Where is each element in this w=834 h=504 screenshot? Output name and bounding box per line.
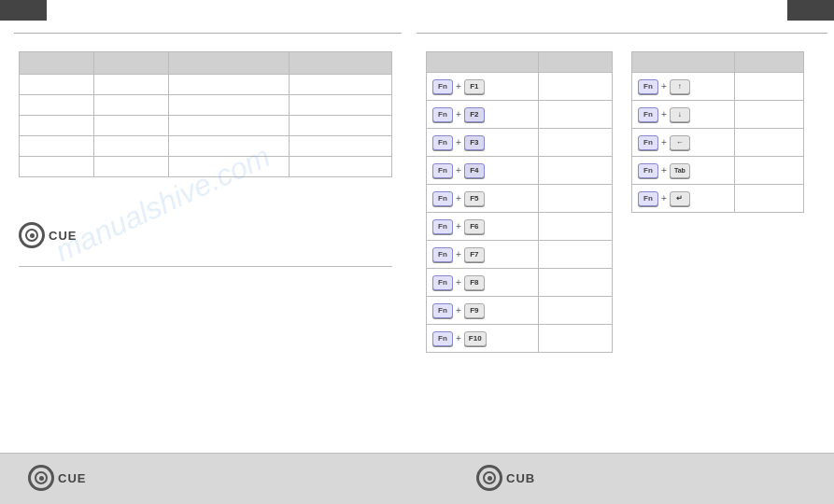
key-combo: Fn + F10 bbox=[432, 331, 487, 346]
cell bbox=[290, 136, 392, 157]
cue-inner-circle bbox=[483, 471, 496, 484]
key-combo-cell: Fn + Tab bbox=[632, 157, 735, 185]
key-combo-cell: Fn + ↵ bbox=[632, 185, 735, 213]
key-combo: Fn + F9 bbox=[432, 303, 485, 318]
key-combo-cell: Fn + F7 bbox=[427, 241, 539, 269]
f3-key: F3 bbox=[464, 135, 485, 150]
cell bbox=[93, 136, 168, 157]
shortcut-desc bbox=[539, 325, 613, 353]
shortcut-desc bbox=[735, 129, 804, 157]
top-divider-right bbox=[417, 33, 827, 34]
key-combo-cell: Fn + ↓ bbox=[632, 101, 735, 129]
fn-key: Fn bbox=[432, 247, 453, 262]
cue-circle-icon bbox=[28, 465, 54, 491]
fn-key: Fn bbox=[432, 191, 453, 206]
cell bbox=[168, 136, 290, 157]
shortcut-desc bbox=[735, 101, 804, 129]
cell bbox=[290, 157, 392, 177]
cell bbox=[20, 157, 94, 177]
f6-key: F6 bbox=[464, 219, 485, 234]
bottom-cue-text-left: CUE bbox=[58, 471, 86, 485]
key-combo-cell: Fn + F2 bbox=[427, 101, 539, 129]
cue-logo-bottom-left: CUE bbox=[28, 465, 86, 491]
cue-inner-circle bbox=[35, 471, 48, 484]
mid-divider-left bbox=[19, 266, 392, 267]
left-table-container bbox=[19, 51, 392, 177]
shortcut-row: Fn + F6 bbox=[427, 213, 613, 241]
shortcut-row: Fn + ↵ bbox=[632, 185, 804, 213]
shortcut-row: Fn + ← bbox=[632, 129, 804, 157]
shortcut-desc bbox=[539, 297, 613, 325]
key-combo-cell: Fn + F4 bbox=[427, 157, 539, 185]
right-main-shortcut-container: Fn + F1 Fn + F2 bbox=[426, 51, 613, 353]
shortcut-row: Fn + F5 bbox=[427, 185, 613, 213]
shortcut-row: Fn + F10 bbox=[427, 325, 613, 353]
key-combo: Fn + F6 bbox=[432, 219, 485, 234]
key-combo: Fn + F1 bbox=[432, 79, 485, 94]
shortcut-row: Fn + F2 bbox=[427, 101, 613, 129]
fn-key: Fn bbox=[638, 163, 658, 178]
cell bbox=[168, 75, 290, 95]
table-row bbox=[20, 95, 392, 116]
shortcut-desc bbox=[539, 213, 613, 241]
f2-key: F2 bbox=[464, 107, 485, 122]
fn-key: Fn bbox=[432, 163, 453, 178]
col-header-4 bbox=[290, 52, 392, 75]
col-header-2 bbox=[93, 52, 168, 75]
key-combo: Fn + F8 bbox=[432, 275, 485, 290]
key-combo: Fn + ↑ bbox=[638, 79, 690, 94]
f8-key: F8 bbox=[464, 275, 485, 290]
fn-key: Fn bbox=[432, 275, 453, 290]
key-combo-cell: Fn + F10 bbox=[427, 325, 539, 353]
cell bbox=[93, 95, 168, 116]
shortcut-desc bbox=[539, 101, 613, 129]
cell bbox=[93, 116, 168, 136]
cell bbox=[20, 95, 94, 116]
table-row bbox=[20, 157, 392, 177]
key-combo-cell: Fn + F8 bbox=[427, 269, 539, 297]
col-header-1 bbox=[20, 52, 94, 75]
left-page: CUE bbox=[0, 0, 417, 504]
fn-key: Fn bbox=[638, 135, 658, 150]
left-table bbox=[19, 51, 392, 177]
key-combo-cell: Fn + ↑ bbox=[632, 73, 735, 101]
key-combo: Fn + F4 bbox=[432, 163, 485, 178]
shortcut-row: Fn + F4 bbox=[427, 157, 613, 185]
table-row bbox=[20, 136, 392, 157]
cue-logo-bottom-right: CUB bbox=[476, 465, 535, 491]
bottom-bar: CUE CUB bbox=[0, 453, 834, 504]
fn-key: Fn bbox=[432, 331, 453, 346]
side-col-header-1 bbox=[632, 52, 735, 73]
cell bbox=[168, 116, 290, 136]
key-combo: Fn + ↵ bbox=[638, 191, 690, 206]
right-page: Fn + F1 Fn + F2 bbox=[417, 0, 834, 504]
key-combo-cell: Fn + F1 bbox=[427, 73, 539, 101]
cell bbox=[20, 136, 94, 157]
down-key: ↓ bbox=[670, 107, 690, 122]
shortcut-desc bbox=[539, 157, 613, 185]
cue-dot bbox=[39, 476, 44, 481]
shortcut-col-header-2 bbox=[539, 52, 613, 73]
shortcut-row: Fn + F8 bbox=[427, 269, 613, 297]
fn-key: Fn bbox=[432, 303, 453, 318]
shortcut-row: Fn + ↓ bbox=[632, 101, 804, 129]
cell bbox=[290, 75, 392, 95]
key-combo: Fn + ← bbox=[638, 135, 690, 150]
shortcut-desc bbox=[539, 185, 613, 213]
cell bbox=[290, 116, 392, 136]
fn-key: Fn bbox=[432, 135, 453, 150]
shortcut-row: Fn + ↑ bbox=[632, 73, 804, 101]
cell bbox=[168, 95, 290, 116]
bottom-cue-logo-right: CUB bbox=[476, 465, 535, 491]
key-combo-cell: Fn + F5 bbox=[427, 185, 539, 213]
up-key: ↑ bbox=[670, 79, 690, 94]
cue-inner-circle bbox=[25, 229, 38, 242]
shortcut-row: Fn + F9 bbox=[427, 297, 613, 325]
bottom-cue-logo-left: CUE bbox=[28, 465, 86, 491]
key-combo: Fn + F5 bbox=[432, 191, 485, 206]
key-combo: Fn + F2 bbox=[432, 107, 485, 122]
f1-key: F1 bbox=[464, 79, 485, 94]
f10-key: F10 bbox=[464, 331, 487, 346]
cell bbox=[20, 116, 94, 136]
shortcut-row: Fn + F7 bbox=[427, 241, 613, 269]
